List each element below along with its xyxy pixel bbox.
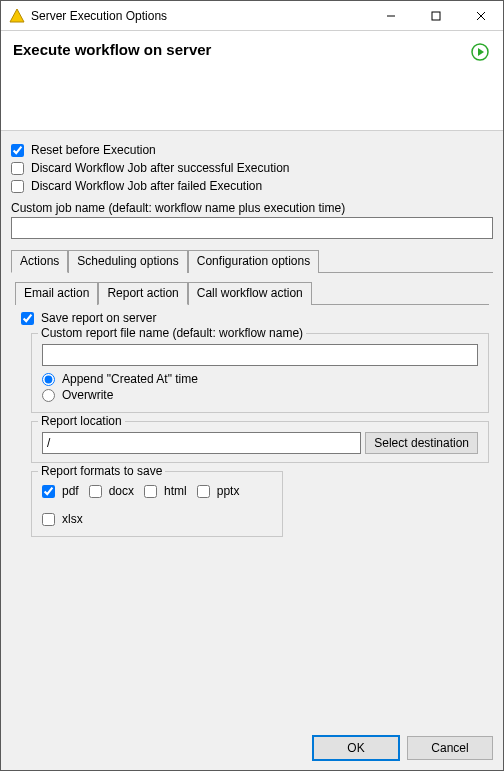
dialog-footer: OK Cancel [1, 726, 503, 770]
overwrite-radio-label: Overwrite [62, 388, 113, 402]
discard-success-checkbox[interactable]: Discard Workflow Job after successful Ex… [11, 161, 493, 175]
format-html-label: html [164, 484, 187, 498]
dialog-window: Server Execution Options Execute workflo… [0, 0, 504, 771]
discard-failed-input[interactable] [11, 180, 24, 193]
format-pptx-input[interactable] [197, 485, 210, 498]
custom-job-name-label: Custom job name (default: workflow name … [11, 201, 493, 215]
custom-job-name-input[interactable] [11, 217, 493, 239]
window-controls [368, 1, 503, 30]
close-button[interactable] [458, 1, 503, 30]
filename-groupbox: Custom report file name (default: workfl… [31, 333, 489, 413]
format-xlsx-label: xlsx [62, 512, 83, 526]
svg-marker-6 [478, 48, 484, 56]
format-docx-checkbox[interactable]: docx [89, 484, 134, 498]
location-group-label: Report location [38, 414, 125, 428]
append-radio[interactable]: Append "Created At" time [42, 372, 478, 386]
format-html-checkbox[interactable]: html [144, 484, 187, 498]
page-title: Execute workflow on server [13, 41, 491, 58]
save-report-label: Save report on server [41, 311, 156, 325]
filename-group-label: Custom report file name (default: workfl… [38, 326, 306, 340]
minimize-button[interactable] [368, 1, 413, 30]
format-html-input[interactable] [144, 485, 157, 498]
format-pptx-checkbox[interactable]: pptx [197, 484, 240, 498]
format-docx-label: docx [109, 484, 134, 498]
svg-marker-0 [10, 9, 24, 22]
reset-checkbox-label: Reset before Execution [31, 143, 156, 157]
overwrite-radio-input[interactable] [42, 389, 55, 402]
formats-group-label: Report formats to save [38, 464, 165, 478]
location-input[interactable] [42, 432, 361, 454]
discard-success-label: Discard Workflow Job after successful Ex… [31, 161, 290, 175]
reset-checkbox-input[interactable] [11, 144, 24, 157]
tab-email-action[interactable]: Email action [15, 282, 98, 305]
format-pptx-label: pptx [217, 484, 240, 498]
format-pdf-input[interactable] [42, 485, 55, 498]
discard-success-input[interactable] [11, 162, 24, 175]
format-pdf-checkbox[interactable]: pdf [42, 484, 79, 498]
header-panel: Execute workflow on server [1, 31, 503, 131]
cancel-button[interactable]: Cancel [407, 736, 493, 760]
sub-tabstrip: Email action Report action Call workflow… [15, 281, 489, 305]
reset-before-execution-checkbox[interactable]: Reset before Execution [11, 143, 493, 157]
maximize-button[interactable] [413, 1, 458, 30]
discard-failed-checkbox[interactable]: Discard Workflow Job after failed Execut… [11, 179, 493, 193]
tab-report-action[interactable]: Report action [98, 282, 187, 305]
format-docx-input[interactable] [89, 485, 102, 498]
tab-scheduling-options[interactable]: Scheduling options [68, 250, 187, 273]
overwrite-radio[interactable]: Overwrite [42, 388, 478, 402]
append-radio-label: Append "Created At" time [62, 372, 198, 386]
filename-input[interactable] [42, 344, 478, 366]
select-destination-button[interactable]: Select destination [365, 432, 478, 454]
main-tabstrip: Actions Scheduling options Configuration… [11, 249, 493, 273]
app-icon [9, 8, 25, 24]
ok-button[interactable]: OK [313, 736, 399, 760]
titlebar: Server Execution Options [1, 1, 503, 31]
tab-actions[interactable]: Actions [11, 250, 68, 273]
actions-tab-body: Email action Report action Call workflow… [11, 273, 493, 541]
format-xlsx-input[interactable] [42, 513, 55, 526]
tab-call-workflow-action[interactable]: Call workflow action [188, 282, 312, 305]
format-pdf-label: pdf [62, 484, 79, 498]
append-radio-input[interactable] [42, 373, 55, 386]
window-title: Server Execution Options [31, 9, 368, 23]
discard-failed-label: Discard Workflow Job after failed Execut… [31, 179, 262, 193]
location-groupbox: Report location Select destination [31, 421, 489, 463]
content-area: Reset before Execution Discard Workflow … [1, 131, 503, 726]
format-xlsx-checkbox[interactable]: xlsx [42, 512, 83, 526]
tab-configuration-options[interactable]: Configuration options [188, 250, 319, 273]
save-report-checkbox[interactable]: Save report on server [21, 311, 489, 325]
play-icon[interactable] [471, 43, 489, 61]
save-report-input[interactable] [21, 312, 34, 325]
formats-groupbox: Report formats to save pdf docx html [31, 471, 283, 537]
svg-rect-2 [432, 12, 440, 20]
